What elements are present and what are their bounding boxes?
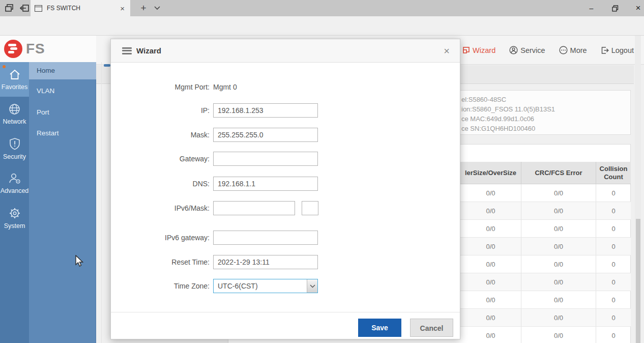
advanced-user-gear-icon	[8, 172, 21, 185]
sidebar-nav: Favorites Network Security Advanced Syst…	[0, 62, 29, 343]
page-scrollbar-thumb[interactable]	[636, 219, 640, 343]
wizard-link[interactable]: Wizard	[462, 46, 495, 54]
menu-hamburger-icon	[122, 46, 132, 55]
window-close-button[interactable]: ×	[627, 0, 644, 16]
browser-tab[interactable]: FS SWITCH ×	[31, 0, 130, 16]
mask-field[interactable]	[213, 128, 318, 142]
device-sn: ce SN:G1QH6HD100460	[461, 124, 555, 133]
wizard-close-icon[interactable]: ×	[441, 44, 453, 58]
table-cell: 0/0	[460, 309, 521, 326]
table-cell: 0/0	[460, 255, 521, 273]
column-header-crc: CRC/FCS Error	[521, 162, 596, 184]
sidebar-item-system[interactable]: System	[0, 201, 29, 235]
tab-preview-chevron-icon[interactable]	[154, 5, 161, 10]
table-row: 0/00/00	[460, 255, 631, 273]
cancel-button[interactable]: Cancel	[410, 319, 453, 337]
mgmt-port-value: Mgmt 0	[213, 83, 237, 91]
gateway-row: Gateway:	[124, 152, 449, 166]
dns-row: DNS:	[124, 177, 449, 191]
content-scrollbar-thumb[interactable]	[104, 64, 110, 67]
table-cell: 0/0	[460, 327, 521, 343]
sidebar-item-favorites[interactable]: Favorites	[0, 62, 29, 97]
table-cell: 0	[596, 238, 631, 255]
window-minimize-button[interactable]: –	[580, 0, 603, 16]
table-cell: 0	[596, 309, 631, 326]
table-row: 0/00/00	[460, 327, 631, 343]
submenu-item-restart[interactable]: Restart	[29, 126, 96, 141]
page-scrollbar[interactable]	[635, 36, 641, 343]
window-restore-button[interactable]	[604, 0, 627, 16]
mask-label: Mask:	[124, 131, 213, 139]
header-links: Wizard Service More Logout	[462, 36, 634, 65]
device-mac: ce MAC:649d.99d1.0c06	[461, 114, 555, 124]
wizard-dialog-header: Wizard ×	[111, 39, 460, 63]
time-zone-row: Time Zone: UTC-6(CST)	[124, 279, 449, 293]
submenu-item-port[interactable]: Port	[29, 105, 96, 120]
wizard-dialog-footer: Save Cancel	[111, 312, 460, 340]
logout-icon	[601, 46, 609, 54]
sidebar-item-security[interactable]: Security	[0, 131, 29, 166]
dns-field[interactable]	[213, 177, 318, 191]
table-cell: 0/0	[521, 255, 596, 273]
ipv6-mask-label: IPv6/Mask:	[124, 204, 213, 212]
restore-tabs-icon[interactable]	[19, 3, 30, 13]
gateway-field[interactable]	[213, 152, 318, 166]
browser-address-bar: ← → ↻ 192.168.1.1/main.htm ☆ ⋯	[0, 16, 644, 36]
table-cell: 0/0	[521, 309, 596, 326]
reset-time-row: Reset Time:	[124, 255, 449, 269]
dns-label: DNS:	[124, 180, 213, 188]
table-cell: 0/0	[460, 273, 521, 291]
new-tab-button[interactable]: +	[137, 2, 150, 14]
brand-name: FS	[26, 41, 45, 57]
tab-title: FS SWITCH	[47, 5, 119, 12]
sidebar-item-network[interactable]: Network	[0, 97, 29, 131]
ip-label: IP:	[124, 106, 213, 115]
mask-row: Mask:	[124, 128, 449, 142]
favorites-home-icon	[8, 69, 21, 81]
table-row: 0/00/00	[460, 309, 631, 327]
table-cell: 0/0	[521, 184, 596, 202]
ipv6-field[interactable]	[213, 201, 295, 215]
table-cell: 0	[596, 184, 631, 202]
save-button[interactable]: Save	[358, 319, 401, 337]
wizard-dialog: Wizard × Mgmt Port: Mgmt 0 IP: Mask: Gat…	[110, 39, 460, 339]
submenu-item-home[interactable]: Home	[29, 62, 96, 79]
mgmt-port-row: Mgmt Port: Mgmt 0	[124, 80, 449, 94]
ipv6-prefix-field[interactable]	[302, 201, 318, 215]
ipv6-gateway-label: IPv6 gateway:	[124, 234, 213, 242]
tab-favicon-icon	[35, 5, 42, 12]
submenu-item-vlan[interactable]: VLAN	[29, 83, 96, 99]
ip-field[interactable]	[213, 103, 318, 118]
table-cell: 0/0	[521, 202, 596, 219]
content-scrollbar-track	[101, 62, 102, 343]
tab-close-icon[interactable]: ×	[119, 4, 126, 13]
table-cell: 0	[596, 202, 631, 219]
ipv6-gateway-field[interactable]	[213, 231, 318, 245]
wizard-icon	[462, 46, 470, 54]
mouse-cursor	[75, 255, 85, 268]
reset-time-field[interactable]	[213, 255, 318, 269]
select-dropdown-arrow-icon[interactable]	[307, 279, 317, 293]
service-link[interactable]: Service	[509, 46, 545, 54]
logout-link[interactable]: Logout	[601, 46, 634, 54]
system-gear-icon	[8, 207, 21, 220]
time-zone-select[interactable]: UTC-6(CST)	[213, 279, 318, 293]
table-row: 0/00/00	[460, 291, 631, 309]
table-cell: 0/0	[521, 220, 596, 237]
table-cell: 0	[596, 220, 631, 237]
stats-table-header: lerSize/OverSize CRC/FCS Error Collision…	[460, 162, 631, 184]
sidebar-submenu: Home VLAN Port Restart	[29, 62, 96, 343]
table-cell: 0/0	[521, 327, 596, 343]
set-tabs-aside-icon[interactable]	[5, 3, 15, 13]
mgmt-port-label: Mgmt Port:	[124, 83, 213, 91]
reset-time-label: Reset Time:	[124, 258, 213, 266]
sidebar-item-advanced[interactable]: Advanced	[0, 166, 29, 201]
table-cell: 0/0	[521, 273, 596, 291]
fs-logo-icon	[4, 40, 22, 58]
ip-row: IP:	[124, 103, 449, 118]
device-version: ion:S5860_FSOS 11.0(5)B13S1	[461, 104, 555, 114]
gateway-label: Gateway:	[124, 155, 213, 163]
more-link[interactable]: More	[559, 46, 587, 54]
brand-logo: FS	[0, 36, 96, 62]
table-cell: 0	[596, 327, 631, 343]
